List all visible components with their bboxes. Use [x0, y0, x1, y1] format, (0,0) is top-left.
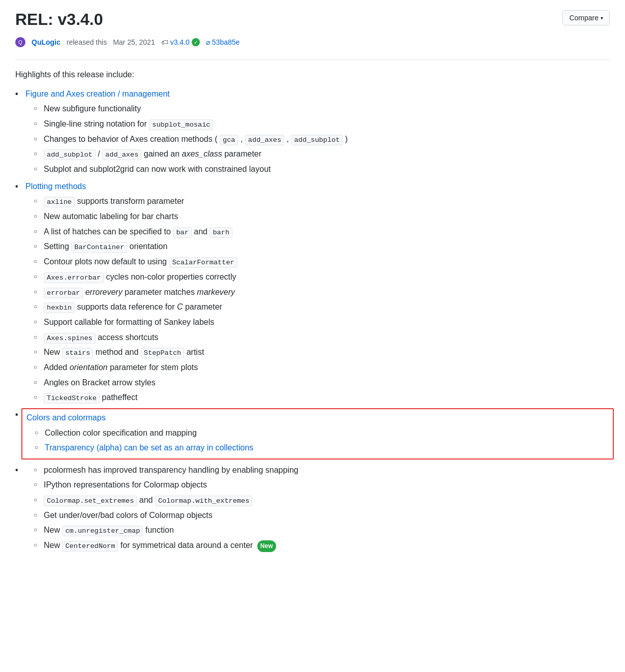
category-label: Figure and Axes creation / management	[25, 89, 170, 98]
list-item: TickedStroke patheffect	[34, 391, 610, 404]
tag-badge: 🏷 v3.4.0 ✓	[161, 38, 200, 46]
release-header: REL: v3.4.0 Compare ▾	[15, 10, 610, 37]
list-item: pcolormesh has improved transparency han…	[15, 464, 610, 552]
intro-text: Highlights of this release include:	[15, 68, 610, 81]
tag-icon: 🏷	[161, 38, 168, 46]
category-label: Plotting methods	[25, 182, 86, 191]
release-date: Mar 25, 2021	[113, 38, 155, 46]
sub-list: pcolormesh has improved transparency han…	[34, 464, 610, 552]
tag-link[interactable]: v3.4.0	[170, 38, 190, 46]
list-item: New subfigure functionality	[34, 102, 610, 115]
list-item: New CenteredNorm for symmetrical data ar…	[34, 539, 610, 552]
list-item: Setting BarContainer orientation	[34, 240, 610, 253]
list-item: A list of hatches can be specified to ba…	[34, 225, 610, 238]
sub-list: New subfigure functionality Single-line …	[34, 102, 610, 175]
sub-list: Collection color specification and mappi…	[35, 426, 609, 454]
release-meta: Q QuLogic released this Mar 25, 2021 🏷 v…	[15, 37, 610, 55]
commit-hash: 53ba85e	[212, 38, 240, 46]
divider	[15, 59, 610, 60]
compare-button[interactable]: Compare ▾	[562, 10, 610, 25]
highlight-box: Colors and colormaps Collection color sp…	[21, 408, 614, 460]
release-title: REL: v3.4.0	[15, 10, 103, 29]
list-item: New cm.unregister_cmap function	[34, 524, 610, 537]
author-link[interactable]: QuLogic	[32, 38, 61, 46]
list-item: Get under/over/bad colors of Colormap ob…	[34, 509, 610, 522]
list-item: Single-line string notation for subplot_…	[34, 117, 610, 131]
release-text: released this	[67, 38, 107, 46]
list-item: Axes.errorbar cycles non-color propertie…	[34, 270, 610, 284]
list-item: Plotting methods axline supports transfo…	[15, 180, 610, 404]
compare-label: Compare	[569, 14, 599, 22]
chevron-down-icon: ▾	[601, 15, 603, 21]
list-item: add_subplot / add_axes gained an axes_cl…	[34, 147, 610, 161]
page-container: REL: v3.4.0 Compare ▾ Q QuLogic released…	[0, 0, 625, 566]
list-item: Axes.spines access shortcuts	[34, 331, 610, 344]
list-item: Colors and colormaps Collection color sp…	[15, 408, 610, 460]
list-item: Contour plots now default to using Scala…	[34, 255, 610, 268]
list-item: Support callable for formatting of Sanke…	[34, 316, 610, 329]
list-item: pcolormesh has improved transparency han…	[34, 464, 610, 477]
avatar: Q	[15, 37, 25, 47]
content-area: Highlights of this release include: Figu…	[15, 68, 610, 552]
list-item: Angles on Bracket arrow styles	[34, 376, 610, 389]
commit-link[interactable]: ⌀ 53ba85e	[206, 38, 240, 46]
list-item: Subplot and subplot2grid can now work wi…	[34, 163, 610, 176]
new-badge: New	[257, 540, 276, 552]
commit-icon: ⌀	[206, 38, 210, 46]
top-level-list: Figure and Axes creation / management Ne…	[15, 87, 610, 553]
list-item: Added orientation parameter for stem plo…	[34, 361, 610, 374]
list-item: New stairs method and StepPatch artist	[34, 346, 610, 359]
list-item: Changes to behavior of Axes creation met…	[34, 133, 610, 146]
list-item: hexbin supports data reference for C par…	[34, 300, 610, 314]
sub-list: axline supports transform parameter New …	[34, 195, 610, 404]
list-item: IPython representations for Colormap obj…	[34, 478, 610, 492]
category-label: Colors and colormaps	[26, 413, 106, 422]
list-item: Colormap.set_extremes and Colormap.with_…	[34, 494, 610, 507]
list-item: Figure and Axes creation / management Ne…	[15, 87, 610, 176]
list-item: Collection color specification and mappi…	[35, 426, 609, 440]
alpha-link[interactable]: Transparency (alpha) can be set as an ar…	[45, 443, 253, 452]
list-item: Transparency (alpha) can be set as an ar…	[35, 441, 609, 454]
list-item: New automatic labeling for bar charts	[34, 210, 610, 223]
list-item: axline supports transform parameter	[34, 195, 610, 208]
verified-icon: ✓	[192, 38, 200, 46]
list-item: errorbar errorevery parameter matches ma…	[34, 286, 610, 299]
